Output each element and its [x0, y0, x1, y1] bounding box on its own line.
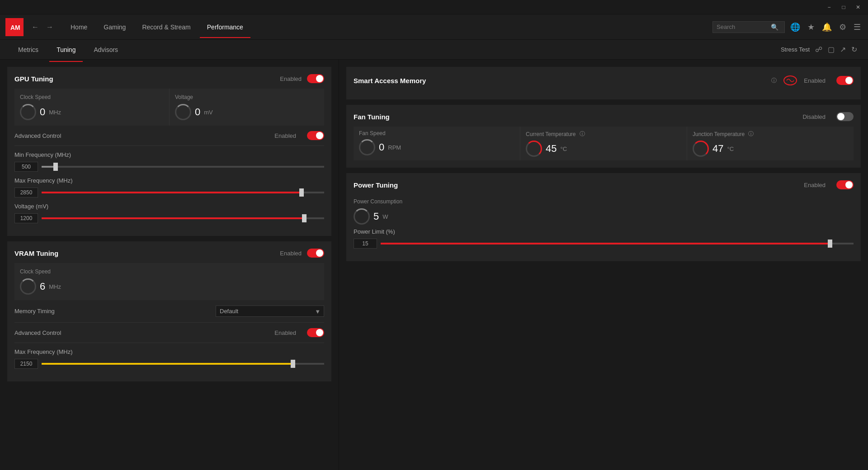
- power-tuning-toggle[interactable]: [836, 180, 854, 189]
- vram-clock-label: Clock Speed: [20, 268, 319, 275]
- clock-speed-unit: MHz: [49, 109, 61, 116]
- voltage-gauge: 0 mV: [175, 104, 319, 120]
- vram-clock-gauge: 6 MHz: [20, 278, 319, 295]
- screenshot-icon[interactable]: ▢: [828, 45, 835, 54]
- memory-timing-select[interactable]: Default Fast Faster: [216, 306, 324, 317]
- voltage-slider-thumb[interactable]: [302, 214, 307, 222]
- min-freq-track[interactable]: [42, 166, 324, 168]
- bell-icon[interactable]: 🔔: [820, 20, 834, 34]
- junction-temp-gauge: 47 °C: [693, 141, 848, 157]
- max-freq-thumb[interactable]: [299, 188, 304, 197]
- nav-gaming[interactable]: Gaming: [96, 20, 133, 34]
- vram-max-freq-section: Max Frequency (MHz) 2150: [14, 348, 324, 369]
- header: AMD ← → Home Gaming Record & Stream Perf…: [0, 14, 868, 40]
- vram-tuning-toggle[interactable]: [307, 249, 324, 258]
- nav-record-stream[interactable]: Record & Stream: [135, 20, 198, 34]
- sam-logo-svg: [783, 75, 797, 86]
- fan-speed-col: Fan Speed 0 RPM: [354, 127, 520, 160]
- power-consumption-label: Power Consumption: [354, 198, 854, 205]
- star-icon[interactable]: ★: [806, 20, 816, 34]
- max-freq-fill: [42, 192, 302, 193]
- fan-grid: Fan Speed 0 RPM Current Temperature ⓘ: [354, 127, 854, 160]
- current-temp-info-icon[interactable]: ⓘ: [580, 130, 585, 138]
- advanced-control-label: Advanced Control: [14, 131, 274, 140]
- junction-temp-dial: [693, 141, 709, 157]
- search-box[interactable]: 🔍: [712, 21, 785, 33]
- vram-max-freq-thumb[interactable]: [291, 360, 295, 368]
- vram-gauge-row: Clock Speed 6 MHz: [14, 263, 324, 300]
- current-temp-label: Current Temperature ⓘ: [526, 130, 681, 138]
- fan-tuning-header: Fan Tuning Disabled: [354, 112, 854, 121]
- current-temp-col: Current Temperature ⓘ 45 °C: [520, 127, 687, 160]
- current-temp-unit: °C: [560, 146, 567, 152]
- stress-test-label: Stress Test: [781, 46, 810, 53]
- export-icon[interactable]: ↗: [840, 45, 846, 54]
- fan-speed-label: Fan Speed: [359, 130, 514, 136]
- vram-enabled-label: Enabled: [280, 250, 302, 257]
- power-consumption-unit: W: [382, 213, 388, 220]
- gpu-gauge-row: Clock Speed 0 MHz Voltage 0 mV: [14, 89, 324, 126]
- max-freq-track[interactable]: [42, 192, 324, 193]
- junction-temp-label: Junction Temperature ⓘ: [693, 130, 848, 138]
- clock-speed-gauge: 0 MHz: [20, 104, 164, 120]
- left-panel: GPU Tuning Enabled Clock Speed 0 MHz Vol…: [0, 60, 339, 470]
- sam-enabled-label: Enabled: [804, 77, 826, 84]
- sam-logo: [782, 74, 798, 87]
- undo-icon[interactable]: ↻: [851, 45, 857, 54]
- vram-advanced-right: Enabled: [274, 328, 324, 337]
- power-tuning-title: Power Tuning: [354, 181, 804, 189]
- voltage-slider-label: Voltage (mV): [14, 203, 324, 210]
- vram-advanced-row: Advanced Control Enabled: [14, 328, 324, 343]
- sam-info-icon[interactable]: ⓘ: [771, 77, 777, 85]
- max-freq-label: Max Frequency (MHz): [14, 177, 324, 184]
- tab-tuning[interactable]: Tuning: [49, 42, 83, 57]
- tab-advisors[interactable]: Advisors: [86, 42, 125, 57]
- nav-performance[interactable]: Performance: [200, 20, 250, 34]
- forward-button[interactable]: →: [43, 21, 56, 33]
- power-consumption-value: 5: [373, 211, 379, 222]
- smart-access-memory-section: Smart Access Memory ⓘ Enabled: [346, 67, 861, 99]
- power-limit-fill: [381, 243, 830, 244]
- max-freq-slider-row: 2850: [14, 188, 324, 197]
- stress-test-icon[interactable]: ☍: [815, 45, 822, 54]
- vram-advanced-toggle[interactable]: [307, 328, 324, 337]
- power-tuning-header: Power Tuning Enabled: [354, 180, 854, 189]
- min-freq-label: Min Frequency (MHz): [14, 151, 324, 158]
- clock-speed-value: 0: [40, 106, 45, 118]
- junction-temp-unit: °C: [727, 146, 734, 152]
- sam-toggle[interactable]: [836, 76, 854, 85]
- junction-temp-info-icon[interactable]: ⓘ: [748, 130, 754, 138]
- right-panel: Smart Access Memory ⓘ Enabled Fan Tuning…: [339, 60, 868, 470]
- advanced-control-toggle[interactable]: [307, 131, 324, 140]
- junction-temp-value: 47: [712, 143, 723, 155]
- min-freq-thumb[interactable]: [53, 163, 58, 171]
- search-input[interactable]: [717, 24, 771, 30]
- voltage-slider-track[interactable]: [42, 217, 324, 219]
- main-content: GPU Tuning Enabled Clock Speed 0 MHz Vol…: [0, 60, 868, 470]
- fan-tuning-toggle[interactable]: [836, 112, 854, 121]
- voltage-slider-section: Voltage (mV) 1200: [14, 203, 324, 223]
- power-limit-track[interactable]: [381, 243, 854, 244]
- back-button[interactable]: ←: [29, 21, 42, 33]
- voltage-slider-value: 1200: [14, 213, 38, 223]
- minimize-button[interactable]: −: [823, 1, 835, 14]
- advanced-enabled-label: Enabled: [274, 132, 296, 139]
- fan-speed-gauge: 0 RPM: [359, 139, 514, 155]
- vram-max-freq-track[interactable]: [42, 363, 324, 365]
- header-actions: 🔍 🌐 ★ 🔔 ⚙ ☰: [712, 20, 863, 34]
- gpu-tuning-toggle[interactable]: [307, 74, 324, 83]
- maximize-button[interactable]: □: [837, 1, 850, 14]
- close-button[interactable]: ✕: [852, 1, 864, 14]
- power-limit-thumb[interactable]: [828, 240, 832, 248]
- nav-links: Home Gaming Record & Stream Performance: [63, 20, 712, 34]
- gear-icon[interactable]: ⚙: [837, 20, 848, 34]
- clock-speed-col: Clock Speed 0 MHz: [14, 89, 169, 126]
- min-freq-slider-row: 500: [14, 162, 324, 172]
- power-enabled-label: Enabled: [804, 182, 826, 188]
- nav-home[interactable]: Home: [63, 20, 94, 34]
- vram-max-freq-label: Max Frequency (MHz): [14, 348, 324, 355]
- vram-max-freq-value: 2150: [14, 359, 38, 369]
- tab-metrics[interactable]: Metrics: [11, 42, 46, 57]
- menu-icon[interactable]: ☰: [852, 20, 863, 34]
- globe-icon[interactable]: 🌐: [788, 20, 802, 34]
